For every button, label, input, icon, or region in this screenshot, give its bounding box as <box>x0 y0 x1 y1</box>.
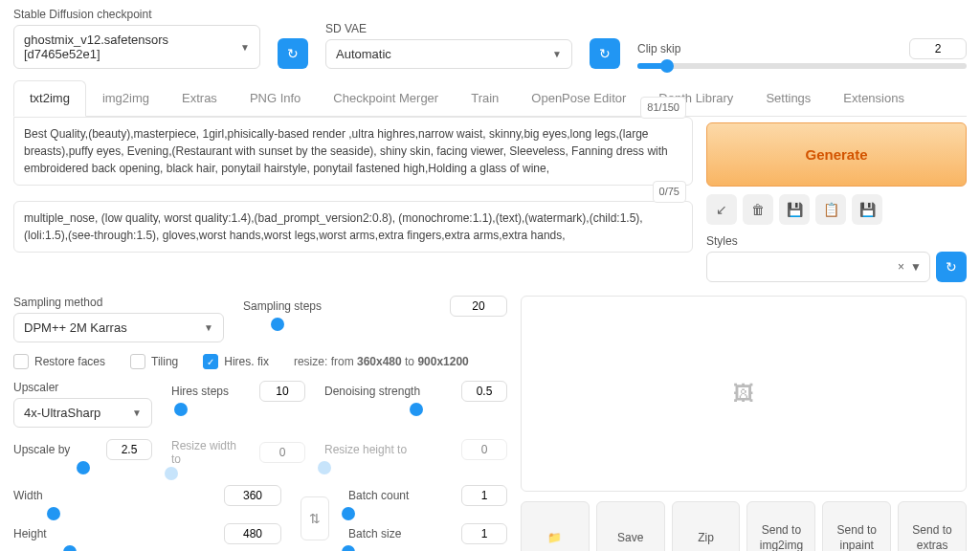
refresh-checkpoint-button[interactable]: ↻ <box>278 38 308 69</box>
hires-fix-checkbox[interactable]: ✓Hires. fix <box>203 354 269 369</box>
sampling-steps-input[interactable] <box>450 296 507 317</box>
prompt-tools: ↙ 🗑 💾 📋 💾 <box>706 194 967 225</box>
zip-output-button[interactable]: Zip <box>672 501 741 551</box>
upscaler-label: Upscaler <box>13 381 152 394</box>
tiling-label: Tiling <box>151 355 178 368</box>
generate-button[interactable]: Generate <box>706 122 967 187</box>
width-input[interactable] <box>224 485 281 506</box>
negative-token-count: 0/75 <box>653 181 686 203</box>
checkpoint-value: ghostmix_v12.safetensors [d7465e52e1] <box>24 33 240 61</box>
styles-label: Styles <box>706 234 967 248</box>
top-bar: Stable Diffusion checkpoint ghostmix_v12… <box>13 8 967 69</box>
restore-faces-checkbox[interactable]: Restore faces <box>13 354 105 369</box>
output-preview: 🖼 <box>521 296 967 492</box>
batch-size-input[interactable] <box>461 523 507 544</box>
chevron-down-icon: ▼ <box>552 49 562 59</box>
vae-dropdown[interactable]: Automatic ▼ <box>325 39 572 69</box>
resize-height-label: Resize height to <box>324 443 407 456</box>
send-to-inpaint-button[interactable]: Send to inpaint <box>822 501 891 551</box>
tab-extras[interactable]: Extras <box>166 80 234 116</box>
save-output-button[interactable]: Save <box>596 501 665 551</box>
swap-dimensions-button[interactable]: ⇅ <box>301 496 329 540</box>
resize-width-input[interactable] <box>259 442 305 463</box>
clear-styles[interactable]: × <box>898 260 904 274</box>
refresh-styles-button[interactable]: ↻ <box>936 252 967 282</box>
upscale-by-input[interactable] <box>106 439 152 460</box>
tab-checkpoint-merger[interactable]: Checkpoint Merger <box>317 80 455 116</box>
batch-count-label: Batch count <box>348 489 409 502</box>
send-to-img2img-button[interactable]: Send to img2img <box>746 501 815 551</box>
batch-size-label: Batch size <box>348 527 401 540</box>
batch-count-input[interactable] <box>461 485 507 506</box>
tab-openpose[interactable]: OpenPose Editor <box>515 80 642 116</box>
tab-train[interactable]: Train <box>455 80 515 116</box>
clip-skip-input[interactable] <box>909 38 967 59</box>
tiling-checkbox[interactable]: Tiling <box>130 354 178 369</box>
chevron-down-icon: ▼ <box>204 322 213 333</box>
resize-info: resize: from 360x480 to 900x1200 <box>294 355 469 368</box>
negative-prompt[interactable]: 0/75 multiple_nose, (low quality, worst … <box>13 201 693 253</box>
chevron-down-icon: ▼ <box>910 260 922 274</box>
denoising-input[interactable] <box>461 381 507 402</box>
vae-label: SD VAE <box>325 22 572 35</box>
upscaler-dropdown[interactable]: 4x-UltraSharp ▼ <box>13 398 152 428</box>
hires-fix-label: Hires. fix <box>224 355 269 368</box>
tab-txt2img[interactable]: txt2img <box>13 80 86 117</box>
sampling-steps-label: Sampling steps <box>243 299 322 313</box>
clip-skip-slider[interactable] <box>637 63 967 69</box>
upscaler-value: 4x-UltraSharp <box>24 406 100 420</box>
tab-extensions[interactable]: Extensions <box>827 80 921 116</box>
styles-dropdown[interactable]: × ▼ <box>706 252 930 282</box>
main-tabs: txt2img img2img Extras PNG Info Checkpoi… <box>13 80 967 117</box>
sampling-method-label: Sampling method <box>13 296 224 309</box>
checkpoint-label: Stable Diffusion checkpoint <box>13 8 260 21</box>
sampling-method-dropdown[interactable]: DPM++ 2M Karras ▼ <box>13 313 224 342</box>
height-input[interactable] <box>224 523 281 544</box>
save-button[interactable]: 💾 <box>852 194 882 225</box>
chevron-down-icon: ▼ <box>132 408 142 418</box>
refresh-vae-button[interactable]: ↻ <box>590 38 620 69</box>
resize-height-input[interactable] <box>461 439 507 460</box>
hires-steps-input[interactable] <box>259 381 305 402</box>
upscale-by-label: Upscale by <box>13 443 70 456</box>
send-to-extras-button[interactable]: Send to extras <box>898 501 967 551</box>
positive-prompt[interactable]: 81/150 Best Quality,(beauty),masterpiece… <box>13 117 693 186</box>
positive-token-count: 81/150 <box>640 97 686 119</box>
tab-img2img[interactable]: img2img <box>86 80 166 116</box>
image-placeholder-icon: 🖼 <box>733 382 754 407</box>
arrow-tool-button[interactable]: ↙ <box>706 194 737 225</box>
denoising-label: Denoising strength <box>324 385 420 398</box>
tab-png-info[interactable]: PNG Info <box>234 80 317 116</box>
width-label: Width <box>13 489 43 502</box>
hires-steps-label: Hires steps <box>171 385 229 398</box>
clip-skip-label: Clip skip <box>637 42 680 55</box>
restore-faces-label: Restore faces <box>34 355 105 368</box>
paste-button[interactable]: 📋 <box>815 194 846 225</box>
height-label: Height <box>13 527 47 540</box>
save-style-button[interactable]: 💾 <box>779 194 810 225</box>
positive-prompt-text: Best Quality,(beauty),masterpiece, 1girl… <box>24 127 668 175</box>
open-folder-button[interactable]: 📁 <box>521 501 590 551</box>
tab-settings[interactable]: Settings <box>749 80 827 116</box>
chevron-down-icon: ▼ <box>240 42 250 53</box>
checkpoint-dropdown[interactable]: ghostmix_v12.safetensors [d7465e52e1] ▼ <box>13 25 260 69</box>
vae-value: Automatic <box>336 47 391 61</box>
sampling-method-value: DPM++ 2M Karras <box>24 320 127 335</box>
resize-width-label: Resize width to <box>171 439 248 466</box>
clear-prompt-button[interactable]: 🗑 <box>743 194 773 225</box>
negative-prompt-text: multiple_nose, (low quality, worst quali… <box>24 211 643 242</box>
